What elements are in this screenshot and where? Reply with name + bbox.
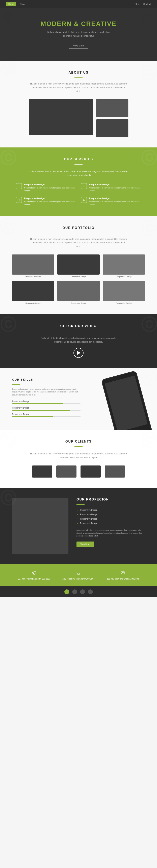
portfolio-divider — [74, 233, 83, 233]
about-text: Nullam id dolor id nibh ultrices vehicul… — [28, 82, 129, 93]
nav-contact[interactable]: Contact — [143, 3, 151, 5]
services-divider — [74, 164, 83, 164]
service-icon-3: ◈ — [81, 197, 87, 203]
footer-nav-dot-3[interactable] — [88, 589, 93, 594]
footer-info-item-0: ✆ 223 You know cha Shortly 200 2893 — [18, 570, 50, 580]
hero-section: ⓒ ⓒ MODERN & CREATIVE Nullam id dolor id… — [0, 8, 157, 61]
service-title-3: Responsive Design — [89, 197, 141, 199]
service-icon-0: ☰ — [16, 183, 22, 189]
footer-nav — [0, 586, 157, 597]
service-title-2: Responsive Design — [24, 197, 76, 199]
skills-section: ⓒ OUR SKILLS Donec sed odio dui. Integer… — [0, 368, 157, 430]
service-desc-1: Nullam id dolor id nibh ultrices veh eti… — [89, 187, 141, 192]
services-text: Nullam id dolor id nibh ultrices veh eti… — [28, 169, 129, 177]
client-logo-3 — [105, 465, 125, 477]
footer-info-item-1: ⌂ 221 You know cha Shortly 200 2893 — [62, 570, 95, 580]
footer-nav-dot-2[interactable] — [80, 589, 85, 594]
services-grid: ☰ Responsive Design Nullam id dolor id n… — [16, 183, 141, 206]
footer-info-item-2: ✉ 223 You know cha Shortly 200 2893 — [107, 570, 139, 580]
services-title: OUR SERVICES — [16, 157, 141, 161]
navigation: Home Store Blog Contact — [0, 0, 157, 8]
profecion-cta-button[interactable]: View More — [76, 541, 94, 547]
play-button[interactable] — [73, 348, 84, 358]
about-image-main — [29, 99, 93, 135]
service-desc-0: Nullam id dolor id nibh ultrices veh eti… — [24, 187, 76, 192]
skill-bar-fill-2 — [12, 416, 53, 417]
footer-info-text-1: 221 You know cha Shortly 200 2893 — [62, 577, 95, 580]
nav-store[interactable]: Store — [20, 3, 25, 5]
client-logo-0 — [32, 465, 52, 477]
hero-cta-button[interactable]: View More — [69, 43, 88, 49]
clients-title: OUR CLIENTS — [16, 440, 141, 443]
video-text: Nullam id dolor id nibh ultrices veh eti… — [38, 336, 119, 344]
skill-bar-fill-0 — [12, 403, 63, 404]
about-section: ⓒ ⓒ ABOUT US Nullam id dolor id nibh ult… — [0, 61, 157, 148]
service-content-0: Responsive Design Nullam id dolor id nib… — [24, 183, 76, 192]
skill-label-2: Responsive Design — [12, 413, 81, 415]
portfolio-item-5[interactable]: Responsive Design — [103, 281, 145, 304]
portfolio-thumb-5 — [103, 281, 145, 301]
profecion-list-item-1: ✓ Responsive Design — [76, 513, 145, 516]
portfolio-thumb-1 — [57, 254, 100, 275]
profecion-list-label-2: Responsive Design — [80, 518, 97, 520]
profecion-title: OUR PROFECION — [76, 498, 145, 501]
service-icon-2: ⊞ — [16, 197, 22, 203]
about-images-stack — [96, 99, 128, 137]
nav-home[interactable]: Home — [6, 2, 16, 6]
portfolio-item-4[interactable]: Responsive Design — [57, 281, 100, 304]
check-icon-2: ✓ — [76, 518, 78, 520]
check-icon-0: ✓ — [76, 509, 78, 512]
portfolio-text: Nullam id dolor id nibh ultrices vehicul… — [28, 237, 129, 248]
about-title: ABOUT US — [16, 71, 141, 74]
service-title-1: Responsive Design — [89, 183, 141, 186]
service-title-0: Responsive Design — [24, 183, 76, 186]
service-item-1: ✦ Responsive Design Nullam id dolor id n… — [81, 183, 141, 192]
portfolio-item-2[interactable]: Responsive Design — [103, 254, 145, 278]
service-desc-3: Nullam id dolor id nibh ultrices veh eti… — [89, 200, 141, 206]
footer-nav-dot-1[interactable] — [72, 589, 77, 594]
portfolio-item-1[interactable]: Responsive Design — [57, 254, 100, 278]
phone-screen — [105, 376, 148, 430]
check-icon-3: ✓ — [76, 522, 78, 525]
phone-mockup — [101, 370, 153, 430]
service-item-0: ☰ Responsive Design Nullam id dolor id n… — [16, 183, 76, 192]
skill-bar-bg-2 — [12, 416, 81, 417]
hero-subtitle: Nullam id dolor id nibh ultrices vehicul… — [43, 31, 114, 38]
profecion-image — [12, 498, 68, 554]
portfolio-label-3: Responsive Design — [12, 302, 54, 304]
video-title: CHECK OUR VIDEO — [16, 324, 141, 328]
about-image-sm-2 — [96, 119, 128, 137]
profecion-section: ⓒ OUR PROFECION ✓ Responsive Design ✓ Re… — [0, 488, 157, 564]
portfolio-label-1: Responsive Design — [57, 276, 100, 278]
portfolio-item-3[interactable]: Responsive Design — [12, 281, 54, 304]
skills-title: OUR SKILLS — [12, 378, 81, 381]
portfolio-item-0[interactable]: Responsive Design — [12, 254, 54, 278]
profecion-list-item-3: ✓ Responsive Design — [76, 522, 145, 525]
portfolio-label-2: Responsive Design — [103, 276, 145, 278]
portfolio-thumb-2 — [103, 254, 145, 275]
video-section: ⓒ ⓒ CHECK OUR VIDEO Nullam id dolor id n… — [0, 314, 157, 368]
client-logo-1 — [56, 465, 76, 477]
portfolio-thumb-0 — [12, 254, 54, 275]
service-item-3: ◈ Responsive Design Nullam id dolor id n… — [81, 197, 141, 206]
skills-divider — [12, 384, 20, 384]
location-icon: ⌂ — [62, 570, 95, 576]
clients-text: Nullam id dolor id nibh ultrices vehicul… — [28, 452, 129, 459]
profecion-list-label-3: Responsive Design — [80, 522, 97, 524]
nav-links: Home Store — [6, 2, 29, 6]
skill-label-1: Responsive Design — [12, 407, 81, 409]
service-content-3: Responsive Design Nullam id dolor id nib… — [89, 197, 141, 206]
portfolio-grid: Responsive Design Responsive Design Resp… — [12, 254, 145, 304]
portfolio-thumb-4 — [57, 281, 100, 301]
skill-item-0: Responsive Design — [12, 400, 81, 404]
skill-item-1: Responsive Design — [12, 407, 81, 411]
about-divider — [74, 78, 83, 78]
clients-grid — [16, 465, 141, 477]
hero-title: MODERN & CREATIVE — [6, 20, 151, 28]
footer-nav-dot-0[interactable] — [64, 589, 69, 594]
portfolio-title: OUR PORTFOLIO — [12, 226, 145, 230]
clients-divider — [74, 446, 83, 447]
profecion-list: ✓ Responsive Design ✓ Responsive Design … — [76, 509, 145, 525]
nav-blog[interactable]: Blog — [135, 3, 139, 5]
portfolio-label-5: Responsive Design — [103, 302, 145, 304]
